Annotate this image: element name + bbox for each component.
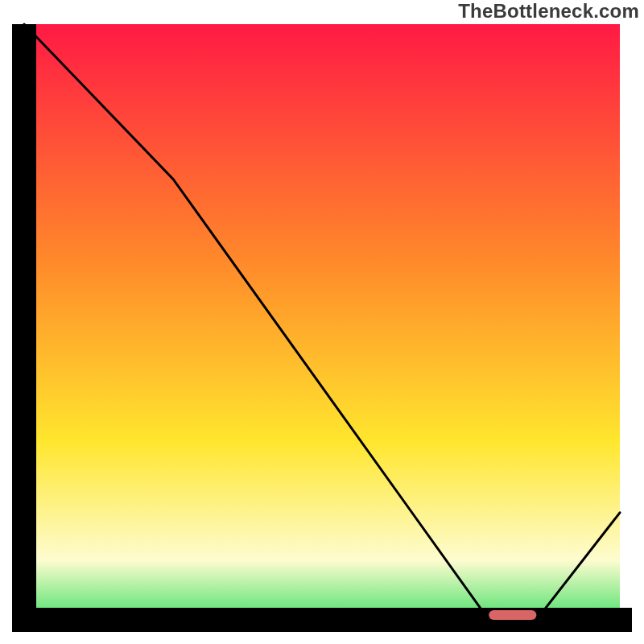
bottleneck-chart: TheBottleneck.com (0, 0, 644, 644)
watermark-text: TheBottleneck.com (458, 0, 639, 23)
plot-area (24, 24, 620, 620)
optimum-marker (489, 610, 536, 620)
chart-svg (0, 0, 644, 644)
